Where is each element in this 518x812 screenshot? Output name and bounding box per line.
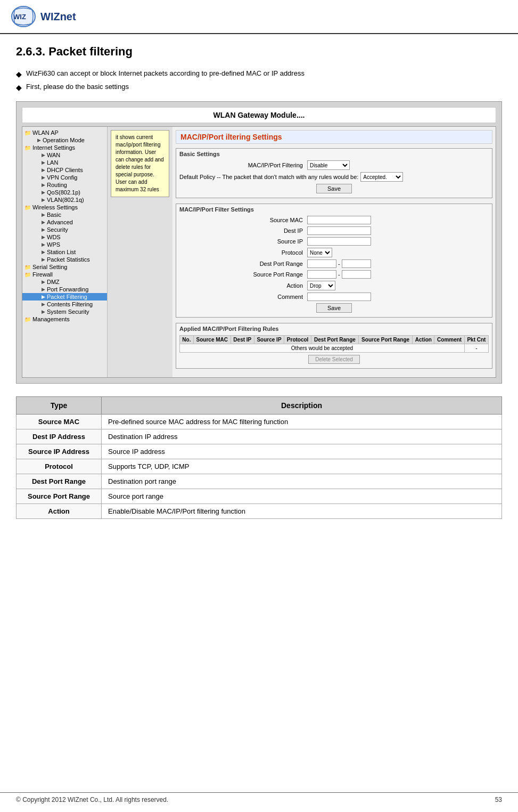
nav-arrow-pkt-stats: ▶ — [42, 257, 45, 262]
desc-type-3: Protocol — [17, 459, 102, 474]
nav-item-vpn[interactable]: ▶ VPN Config — [22, 174, 107, 181]
folder-icon-firewall: 📁 — [24, 272, 31, 278]
page-number: 53 — [495, 796, 502, 803]
desc-text-0: Pre-defined source MAC address for MAC f… — [102, 415, 502, 429]
comment-row: Comment — [179, 293, 489, 301]
nav-item-advanced[interactable]: ▶ Advanced — [22, 218, 107, 226]
source-mac-label: Source MAC — [179, 217, 307, 223]
copyright-text: © Copyright 2012 WIZnet Co., Ltd. All ri… — [16, 796, 168, 803]
nav-item-dmz[interactable]: ▶ DMZ — [22, 278, 107, 286]
desc-table-header: Type Description — [17, 397, 502, 415]
filter-settings-title: MAC/IP/Port Filter Settings — [179, 206, 489, 213]
nav-item-firewall[interactable]: 📁 Firewall — [22, 271, 107, 278]
bullet-icon-1: ◆ — [16, 70, 22, 78]
basic-settings-save-button[interactable]: Save — [316, 184, 352, 193]
col-comment: Comment — [434, 336, 464, 344]
nav-item-managements[interactable]: 📁 Managements — [22, 315, 107, 323]
nav-label-packet-filtering: Packet Filtering — [47, 294, 87, 300]
nav-item-wan[interactable]: ▶ WAN — [22, 151, 107, 159]
nav-arrow-basic: ▶ — [42, 212, 45, 217]
dest-ip-label: Dest IP — [179, 228, 307, 234]
folder-icon-wireless: 📁 — [24, 205, 31, 210]
nav-item-qos[interactable]: ▶ QoS(802.1p) — [22, 189, 107, 196]
desc-row-0: Source MACPre-defined source MAC address… — [17, 415, 502, 429]
source-port-range-end[interactable] — [342, 270, 371, 279]
nav-item-dhcp[interactable]: ▶ DHCP Clients — [22, 166, 107, 174]
col-dest-port: Dest Port Range — [311, 336, 359, 344]
nav-label-wireless-settings: Wireless Settings — [32, 204, 78, 210]
rules-other-dash: - — [464, 344, 488, 353]
col-source-ip: Source IP — [254, 336, 284, 344]
nav-label-managements: Managements — [32, 316, 70, 322]
nav-label-basic: Basic — [47, 212, 61, 218]
nav-arrow-station: ▶ — [42, 249, 45, 255]
nav-arrow-lan: ▶ — [42, 160, 45, 165]
protocol-select[interactable]: None TCP UDP ICMP — [307, 248, 332, 257]
default-policy-select[interactable]: Accepted. Dropped. — [360, 172, 403, 182]
source-ip-input[interactable] — [307, 237, 371, 246]
folder-icon-internet: 📁 — [24, 145, 31, 151]
source-mac-input[interactable] — [307, 216, 371, 224]
nav-arrow-vpn: ▶ — [42, 175, 45, 180]
nav-item-system-security[interactable]: ▶ System Security — [22, 308, 107, 315]
nav-label-firewall: Firewall — [32, 271, 53, 278]
protocol-row: Protocol None TCP UDP ICMP — [179, 248, 489, 257]
bullet-item-1: ◆ WizFi630 can accept or block Internet … — [16, 69, 502, 78]
page-title: 2.6.3. Packet filtering — [16, 45, 502, 59]
filter-settings-section: MAC/IP/Port Filter Settings Source MAC D… — [176, 204, 492, 318]
nav-item-station-list[interactable]: ▶ Station List — [22, 248, 107, 256]
left-nav: 📁 WLAN AP ▶ Operation Mode 📁 Internet Se… — [22, 127, 108, 377]
nav-item-port-forwarding[interactable]: ▶ Port Forwarding — [22, 286, 107, 293]
folder-icon-serial: 📁 — [24, 264, 31, 270]
desc-text-3: Supports TCP, UDP, ICMP — [102, 459, 502, 474]
nav-label-system-security: System Security — [47, 308, 89, 315]
bullet-icon-2: ◆ — [16, 83, 22, 92]
basic-settings-title: Basic Settings — [179, 151, 489, 157]
nav-item-contents-filtering[interactable]: ▶ Contents Filtering — [22, 301, 107, 308]
description-table: Type Description Source MACPre-defined s… — [16, 396, 502, 519]
screenshot-inner: 📁 WLAN AP ▶ Operation Mode 📁 Internet Se… — [22, 126, 496, 378]
nav-item-wlan-ap[interactable]: 📁 WLAN AP — [22, 129, 107, 136]
delete-selected-button[interactable]: Delete Selected — [308, 355, 360, 364]
dest-port-range-end[interactable] — [342, 259, 371, 268]
rules-other-row: Others would be accepted - — [180, 344, 489, 353]
desc-row-1: Dest IP AddressDestination IP address — [17, 429, 502, 444]
nav-arrow-advanced: ▶ — [42, 220, 45, 225]
desc-type-5: Source Port Range — [17, 489, 102, 504]
nav-item-operation-mode[interactable]: ▶ Operation Mode — [22, 136, 107, 144]
nav-label-serial: Serial Setting — [32, 264, 67, 270]
nav-item-lan[interactable]: ▶ LAN — [22, 159, 107, 166]
nav-item-wireless-settings[interactable]: 📁 Wireless Settings — [22, 204, 107, 211]
col-action: Action — [413, 336, 434, 344]
mac-ip-port-select[interactable]: Disable Enable — [307, 160, 350, 170]
nav-item-security[interactable]: ▶ Security — [22, 226, 107, 233]
action-row: Action Drop Accept — [179, 281, 489, 290]
nav-item-routing[interactable]: ▶ Routing — [22, 181, 107, 189]
comment-input[interactable] — [307, 293, 371, 301]
nav-item-wds[interactable]: ▶ WDS — [22, 233, 107, 241]
nav-item-vlan[interactable]: ▶ VLAN(802.1q) — [22, 196, 107, 204]
nav-label-dhcp: DHCP Clients — [47, 167, 83, 173]
action-select[interactable]: Drop Accept — [307, 281, 335, 290]
filter-settings-save-button[interactable]: Save — [316, 303, 352, 313]
nav-arrow-dhcp: ▶ — [42, 167, 45, 173]
nav-arrow-wan: ▶ — [42, 152, 45, 158]
nav-label-wlan-ap: WLAN AP — [32, 129, 59, 136]
nav-item-wps[interactable]: ▶ WPS — [22, 241, 107, 248]
nav-arrow-portfwd: ▶ — [42, 287, 45, 292]
nav-item-packet-stats[interactable]: ▶ Packet Statistics — [22, 256, 107, 263]
nav-item-packet-filtering[interactable]: ▶ Packet Filtering — [22, 293, 107, 301]
bullet-section: ◆ WizFi630 can accept or block Internet … — [16, 69, 502, 92]
desc-text-1: Destination IP address — [102, 429, 502, 444]
nav-item-internet-settings[interactable]: 📁 Internet Settings — [22, 144, 107, 151]
dest-port-range-start[interactable] — [307, 259, 336, 268]
wlan-title-text: WLAN Gateway Module.... — [213, 111, 305, 119]
source-port-range-start[interactable] — [307, 270, 336, 279]
desc-text-5: Source port range — [102, 489, 502, 504]
nav-arrow-pktflt: ▶ — [42, 294, 45, 299]
nav-item-basic[interactable]: ▶ Basic — [22, 211, 107, 218]
dest-ip-row: Dest IP — [179, 226, 489, 235]
dest-ip-input[interactable] — [307, 226, 371, 235]
nav-item-serial-setting[interactable]: 📁 Serial Setting — [22, 263, 107, 271]
nav-label-wps: WPS — [47, 241, 60, 248]
